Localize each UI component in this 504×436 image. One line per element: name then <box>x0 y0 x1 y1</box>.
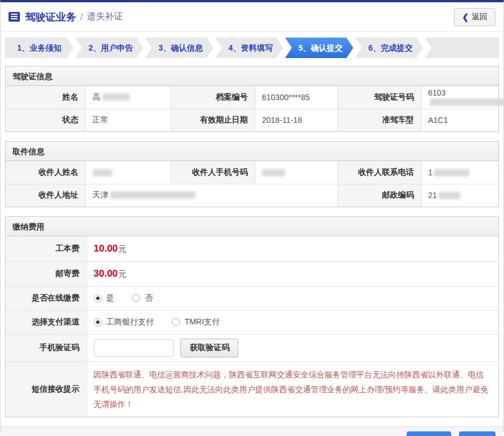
radio-unchecked-icon[interactable] <box>132 294 140 302</box>
redaction-blur <box>434 169 469 176</box>
license-no-value: 6103 <box>421 86 498 109</box>
production-fee-amount: 10.00 <box>94 243 118 254</box>
tab-step-5-active[interactable]: 5、确认提交 <box>285 38 353 58</box>
redaction-blur <box>439 192 460 199</box>
payment-channel-label: 选择支付渠道 <box>6 310 86 334</box>
tab-step-4[interactable]: 4、资料填写 <box>215 38 283 58</box>
table-row: 手机验证码 获取验证码 <box>6 334 498 361</box>
finish-button[interactable]: 完成 <box>459 431 495 436</box>
vehicle-type-label: 准驾车型 <box>337 109 421 131</box>
back-button-label: 返回 <box>472 12 488 22</box>
vehicle-type-value: A1C1 <box>421 109 498 131</box>
license-no-label: 驾驶证号码 <box>337 86 421 109</box>
breadcrumb-current: 遗失补证 <box>86 11 123 23</box>
table-row: 邮寄费 30.00元 <box>6 261 498 286</box>
sms-notice-text: 因陕西省联通、电信运营商技术问题，陕西省互联网交通安全综合服务管理平台无法向持陕… <box>86 361 498 417</box>
table-row: 收件人姓名 收件人手机号码 收件人联系电话 1 <box>6 161 498 184</box>
license-info-panel: 驾驶证信息 姓名 高 档案编号 610300****85 驾驶证号码 6103 … <box>5 66 499 132</box>
recipient-address-value: 天津 <box>85 184 337 207</box>
payment-title: 缴纳费用 <box>6 217 498 236</box>
step-tabs: 1、业务须知 2、用户申告 3、确认信息 4、资料填写 5、确认提交 6、完成提… <box>5 38 499 58</box>
previous-step-button[interactable]: 上一步 <box>407 431 451 436</box>
channel-tmri-option[interactable]: TMRI支付 <box>172 317 220 327</box>
online-payment-yes-option[interactable]: 是 <box>94 293 114 303</box>
channel-icbc-label: 工商银行支付 <box>106 317 154 327</box>
recipient-mobile-value <box>255 161 337 184</box>
name-label: 姓名 <box>6 86 85 109</box>
payment-panel: 缴纳费用 工本费 10.00元 邮寄费 30.00元 是否在线缴费 <box>5 216 499 417</box>
sms-notice-label: 短信接收提示 <box>6 361 86 417</box>
breadcrumb-separator: / <box>80 12 82 22</box>
channel-tmri-label: TMRI支付 <box>184 317 220 327</box>
name-value: 高 <box>85 86 171 109</box>
pickup-info-panel: 取件信息 收件人姓名 收件人手机号码 收件人联系电话 1 收件人地址 天津 邮政… <box>5 141 499 207</box>
chevron-left-icon: ❮ <box>462 13 469 22</box>
online-payment-yes-label: 是 <box>106 293 114 303</box>
radio-checked-icon[interactable] <box>94 294 102 302</box>
license-info-title: 驾驶证信息 <box>6 67 498 86</box>
sms-code-label: 手机验证码 <box>6 334 86 361</box>
redaction-blur <box>262 169 285 176</box>
online-payment-no-label: 否 <box>144 293 152 303</box>
table-row: 工本费 10.00元 <box>6 236 498 261</box>
table-row: 收件人地址 天津 邮政编码 21 <box>6 184 498 207</box>
sms-code-input[interactable] <box>94 339 173 357</box>
table-row: 是否在线缴费 是 否 <box>6 286 498 310</box>
recipient-mobile-label: 收件人手机号码 <box>171 161 255 184</box>
redaction-blur <box>430 98 504 106</box>
table-row: 姓名 高 档案编号 610300****85 驾驶证号码 6103 <box>6 86 498 109</box>
sms-code-field-cell: 获取验证码 <box>86 334 498 361</box>
online-payment-label: 是否在线缴费 <box>6 286 86 310</box>
page-header: 驾驶证业务 / 遗失补证 ❮ 返回 <box>1 2 503 32</box>
tab-bar-filler <box>425 38 499 58</box>
tab-step-2[interactable]: 2、用户申告 <box>75 38 143 58</box>
radio-unchecked-icon[interactable] <box>172 318 180 326</box>
get-sms-code-button[interactable]: 获取验证码 <box>180 339 238 357</box>
redaction-blur <box>110 191 196 199</box>
production-fee-value: 10.00元 <box>86 236 498 261</box>
recipient-name-label: 收件人姓名 <box>6 161 85 184</box>
recipient-phone-label: 收件人联系电话 <box>337 161 421 184</box>
recipient-name-value <box>85 161 171 184</box>
recipient-address-label: 收件人地址 <box>6 184 85 207</box>
license-document-icon <box>9 12 20 22</box>
fee-unit: 元 <box>118 269 126 278</box>
main-window: 驾驶证业务 / 遗失补证 ❮ 返回 1、业务须知 2、用户申告 3、确认信息 4… <box>0 0 504 431</box>
production-fee-label: 工本费 <box>6 236 86 261</box>
table-row: 状态 正常 有效期止日期 2018-11-18 准驾车型 A1C1 <box>6 109 498 131</box>
redaction-blur <box>93 169 112 176</box>
recipient-phone-value: 1 <box>421 161 498 184</box>
footer-action-bar: 上一步 完成 <box>1 426 503 436</box>
status-label: 状态 <box>6 109 85 131</box>
fee-unit: 元 <box>118 244 126 253</box>
online-payment-options: 是 否 <box>86 286 498 310</box>
redaction-blur <box>102 93 130 101</box>
tab-step-3[interactable]: 3、确认信息 <box>145 38 213 58</box>
mailing-fee-label: 邮寄费 <box>6 261 86 286</box>
payment-channel-options: 工商银行支付 TMRI支付 <box>86 310 498 334</box>
page-title: 驾驶证业务 <box>25 10 76 24</box>
tab-step-1[interactable]: 1、业务须知 <box>5 38 73 58</box>
expiry-value: 2018-11-18 <box>255 109 337 131</box>
table-row: 短信接收提示 因陕西省联通、电信运营商技术问题，陕西省互联网交通安全综合服务管理… <box>6 361 498 417</box>
license-info-table: 姓名 高 档案编号 610300****85 驾驶证号码 6103 状态 正常 … <box>6 86 498 131</box>
file-no-value: 610300****85 <box>255 86 337 109</box>
pickup-info-table: 收件人姓名 收件人手机号码 收件人联系电话 1 收件人地址 天津 邮政编码 21 <box>6 161 498 207</box>
payment-table: 工本费 10.00元 邮寄费 30.00元 是否在线缴费 是 <box>6 236 498 417</box>
back-button[interactable]: ❮ 返回 <box>454 8 495 26</box>
file-no-label: 档案编号 <box>171 86 255 109</box>
postal-code-label: 邮政编码 <box>337 184 421 207</box>
radio-checked-icon[interactable] <box>94 318 102 326</box>
expiry-label: 有效期止日期 <box>171 109 255 131</box>
online-payment-no-option[interactable]: 否 <box>132 293 152 303</box>
pickup-info-title: 取件信息 <box>6 142 498 161</box>
channel-icbc-option[interactable]: 工商银行支付 <box>94 317 154 327</box>
mailing-fee-amount: 30.00 <box>94 268 118 279</box>
table-row: 选择支付渠道 工商银行支付 TMRI支付 <box>6 310 498 334</box>
tab-step-6[interactable]: 6、完成提交 <box>355 38 423 58</box>
mailing-fee-value: 30.00元 <box>86 261 498 286</box>
status-value: 正常 <box>85 109 171 131</box>
postal-code-value: 21 <box>421 184 498 207</box>
